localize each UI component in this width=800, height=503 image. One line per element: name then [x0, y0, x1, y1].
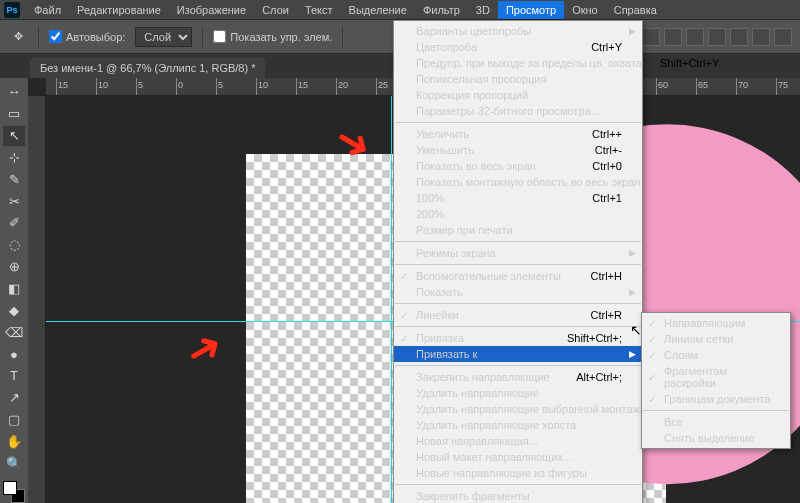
menu-image[interactable]: Изображение: [169, 1, 254, 19]
align-icon[interactable]: [686, 28, 704, 46]
tool-type[interactable]: T: [3, 366, 25, 386]
menu-item[interactable]: Новая направляющая...: [394, 433, 642, 449]
menu-help[interactable]: Справка: [606, 1, 665, 19]
view-menu-dropdown: Варианты цветопробы▶ЦветопробаCtrl+YПред…: [393, 20, 643, 503]
show-controls-checkbox[interactable]: Показать упр. элем.: [213, 30, 332, 43]
tool-shape[interactable]: ▢: [3, 410, 25, 430]
move-tool-icon[interactable]: ✥: [8, 27, 28, 47]
menu-item[interactable]: Новые направляющие из фигуры: [394, 465, 642, 481]
align-icon[interactable]: [708, 28, 726, 46]
submenu-item[interactable]: ✓Направляющим: [642, 315, 790, 331]
tool-gradient[interactable]: ◧: [3, 279, 25, 299]
menu-item[interactable]: Привязать к▶: [394, 346, 642, 362]
menu-filter[interactable]: Фильтр: [415, 1, 468, 19]
menu-item[interactable]: Варианты цветопробы▶: [394, 23, 642, 39]
align-icon[interactable]: [664, 28, 682, 46]
submenu-item[interactable]: ✓Слоям: [642, 347, 790, 363]
menu-item[interactable]: Удалить направляющие: [394, 385, 642, 401]
tool-palette: ↔ ▭ ↖ ⊹ ✎ ✂ ✐ ◌ ⊕ ◧ ◆ ⌫ ● T ↗ ▢ ✋ 🔍: [0, 78, 28, 503]
submenu-item[interactable]: ✓Границам документа: [642, 391, 790, 407]
autoselect-checkbox[interactable]: Автовыбор:: [49, 30, 125, 43]
menu-item[interactable]: ✓ПривязкаShift+Ctrl+;: [394, 330, 642, 346]
menu-item[interactable]: Предупр. при выходе за пределы цв. охват…: [394, 55, 642, 71]
menu-item[interactable]: Показать▶: [394, 284, 642, 300]
menu-item[interactable]: 200%: [394, 206, 642, 222]
tool-brush[interactable]: ◌: [3, 235, 25, 255]
annotation-arrow: ➜: [176, 319, 231, 379]
menu-item: Коррекция пропорций: [394, 87, 642, 103]
mode-icon[interactable]: [774, 28, 792, 46]
tool-heal[interactable]: ✐: [3, 213, 25, 233]
menu-item[interactable]: Показать во весь экранCtrl+0: [394, 158, 642, 174]
color-swatches[interactable]: [3, 481, 25, 503]
main-menubar: Ps Файл Редактирование Изображение Слои …: [0, 0, 800, 20]
tool-zoom[interactable]: 🔍: [3, 453, 25, 473]
align-icon[interactable]: [730, 28, 748, 46]
menu-window[interactable]: Окно: [564, 1, 606, 19]
menu-item[interactable]: УменьшитьCtrl+-: [394, 142, 642, 158]
tool-move[interactable]: ↔: [3, 82, 25, 102]
tool-blur[interactable]: ◆: [3, 300, 25, 320]
menu-item[interactable]: Попиксельная пропорция: [394, 71, 642, 87]
menu-item[interactable]: ✓ЛинейкиCtrl+R: [394, 307, 642, 323]
app-logo: Ps: [4, 2, 20, 18]
menu-view[interactable]: Просмотр: [498, 1, 564, 19]
menu-text[interactable]: Текст: [297, 1, 341, 19]
ruler-vertical[interactable]: [28, 96, 46, 503]
tool-path[interactable]: ↗: [3, 388, 25, 408]
menu-item[interactable]: Удалить направляющие холста: [394, 417, 642, 433]
autoselect-input[interactable]: [49, 30, 62, 43]
menu-item[interactable]: Закрепить направляющиеAlt+Ctrl+;: [394, 369, 642, 385]
tool-pen[interactable]: ●: [3, 344, 25, 364]
menu-item[interactable]: Размер при печати: [394, 222, 642, 238]
tool-lasso[interactable]: ↖: [3, 126, 25, 146]
autoselect-target-select[interactable]: Слой: [135, 27, 192, 47]
tool-eraser[interactable]: ⌫: [3, 322, 25, 342]
menu-edit[interactable]: Редактирование: [69, 1, 169, 19]
menu-item[interactable]: Режимы экрана▶: [394, 245, 642, 261]
menu-file[interactable]: Файл: [26, 1, 69, 19]
submenu-item[interactable]: Снять выделение: [642, 430, 790, 446]
submenu-item: ✓Фрагментам раскройки: [642, 363, 790, 391]
menu-item[interactable]: УвеличитьCtrl++: [394, 126, 642, 142]
menu-item: Параметры 32-битного просмотра...: [394, 103, 642, 119]
tool-eyedropper[interactable]: ✂: [3, 191, 25, 211]
menu-item[interactable]: Закрепить фрагменты: [394, 488, 642, 503]
document-tab[interactable]: Без имени-1 @ 66,7% (Эллипс 1, RGB/8) *: [30, 58, 265, 78]
foreground-color-swatch[interactable]: [3, 481, 17, 495]
guide-vertical[interactable]: [391, 96, 392, 503]
tool-crop[interactable]: ✎: [3, 169, 25, 189]
menu-3d[interactable]: 3D: [468, 1, 498, 19]
show-controls-input[interactable]: [213, 30, 226, 43]
menu-item: Удалить направляющие выбранной монтажной…: [394, 401, 642, 417]
submenu-item: Все: [642, 414, 790, 430]
menu-layers[interactable]: Слои: [254, 1, 297, 19]
tool-wand[interactable]: ⊹: [3, 148, 25, 168]
menu-item[interactable]: 100%Ctrl+1: [394, 190, 642, 206]
align-icons: [620, 28, 792, 46]
menu-item[interactable]: Новый макет направляющих...: [394, 449, 642, 465]
menu-item[interactable]: ЦветопробаCtrl+Y: [394, 39, 642, 55]
snap-to-submenu: ✓Направляющим✓Линиям сетки✓Слоям✓Фрагмен…: [641, 312, 791, 449]
show-controls-label: Показать упр. элем.: [230, 31, 332, 43]
tool-stamp[interactable]: ⊕: [3, 257, 25, 277]
mode-3d-icon[interactable]: [752, 28, 770, 46]
submenu-item: ✓Линиям сетки: [642, 331, 790, 347]
align-icon[interactable]: [642, 28, 660, 46]
tool-marquee[interactable]: ▭: [3, 104, 25, 124]
menu-item: Показать монтажную область во весь экран: [394, 174, 642, 190]
tool-hand[interactable]: ✋: [3, 432, 25, 452]
menu-select[interactable]: Выделение: [341, 1, 415, 19]
autoselect-label: Автовыбор:: [66, 31, 125, 43]
menu-item[interactable]: ✓Вспомогательные элементыCtrl+H: [394, 268, 642, 284]
